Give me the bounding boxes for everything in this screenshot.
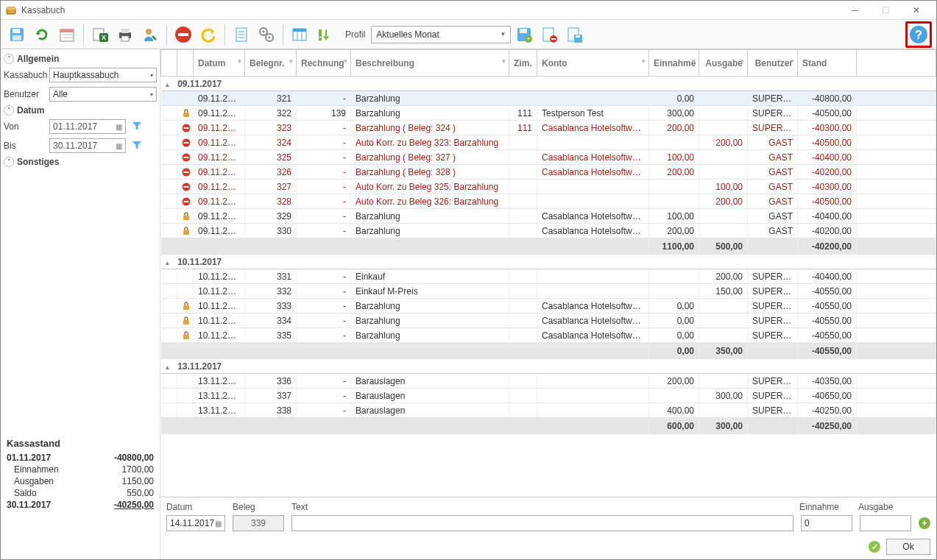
bis-filter-button[interactable] <box>129 138 145 153</box>
header-row: Datum▾ Belegnr.▾ Rechnung▾ Beschreibung▾… <box>161 50 936 77</box>
von-label: Von <box>4 121 46 132</box>
filter-icon: ▾ <box>740 57 744 65</box>
window-title: Kassabuch <box>21 5 839 15</box>
table-row[interactable]: 09.11.2017329-BarzahlungCasablanca Hotel… <box>161 209 936 224</box>
von-input[interactable]: 01.11.2017 ▦ <box>49 119 126 134</box>
stop-icon <box>182 168 188 177</box>
columns-button[interactable] <box>288 22 311 47</box>
group-row[interactable]: ▴ 09.11.2017 <box>161 77 936 91</box>
filter-icon: ▾ <box>692 57 696 65</box>
minimize-button[interactable]: ─ <box>839 1 870 19</box>
ok-icon: ✓ <box>869 541 880 553</box>
stop-icon <box>182 124 188 132</box>
export-excel-button[interactable]: X <box>88 22 112 47</box>
col-benutzer[interactable]: Benutzer▾ <box>748 50 798 77</box>
section-allgemein[interactable]: ˄ Allgemein <box>4 52 157 65</box>
table-row[interactable]: 09.11.2017321-Barzahlung0,00SUPERVISO-40… <box>161 91 936 106</box>
table-row[interactable]: 10.11.2017332-Einkauf M-Preis150,00SUPER… <box>161 284 936 299</box>
svg-point-24 <box>263 30 265 32</box>
undo-button[interactable] <box>197 22 220 47</box>
svg-point-25 <box>269 36 271 38</box>
table-row[interactable]: 09.11.2017330-BarzahlungCasablanca Hotel… <box>161 224 936 238</box>
section-sonstiges[interactable]: ˅ Sonstiges <box>4 155 157 169</box>
lock-icon <box>182 227 188 235</box>
calendar-button[interactable] <box>55 22 79 47</box>
submit-row: ✓ Ok <box>160 537 936 559</box>
table-row[interactable]: 09.11.2017328-Auto Korr. zu Beleg 326: B… <box>161 194 936 209</box>
von-filter-button[interactable] <box>129 119 145 134</box>
help-button[interactable]: ? <box>905 21 932 48</box>
entry-ausgabe-input[interactable] <box>860 515 911 531</box>
col-datum[interactable]: Datum▾ <box>194 50 245 77</box>
table-row[interactable]: 10.11.2017335-BarzahlungCasablanca Hotel… <box>161 328 936 343</box>
profile-save-button[interactable]: + <box>512 22 536 47</box>
table-row[interactable]: 13.11.2017337-Barauslagen300,00SUPERVISO… <box>161 389 936 403</box>
group-row[interactable]: ▴ 13.11.2017 <box>161 359 936 374</box>
svg-rect-60 <box>183 320 189 325</box>
close-button[interactable]: ✕ <box>901 1 932 19</box>
col-zim[interactable]: Zim. <box>509 50 537 77</box>
svg-text:X: X <box>102 34 106 41</box>
entry-text-input[interactable] <box>291 515 793 531</box>
table-row[interactable]: 10.11.2017333-BarzahlungCasablanca Hotel… <box>161 299 936 313</box>
col-belegnr[interactable]: Belegnr.▾ <box>245 50 297 77</box>
svg-rect-30 <box>319 29 322 37</box>
svg-point-15 <box>146 29 152 35</box>
user-button[interactable] <box>138 22 162 47</box>
sort-button[interactable] <box>313 22 336 47</box>
entry-datum-input[interactable]: 14.11.2017▦ <box>166 515 225 531</box>
svg-rect-29 <box>293 29 306 32</box>
col-rechnung[interactable]: Rechnung▾ <box>297 50 351 77</box>
ok-button[interactable]: Ok <box>886 539 930 555</box>
col-konto[interactable]: Konto▾ <box>537 50 649 77</box>
calendar-icon: ▦ <box>215 520 222 528</box>
maximize-button[interactable]: ☐ <box>870 1 901 19</box>
svg-rect-6 <box>60 29 74 32</box>
entry-bar: Datum Beleg Text Einnahme Ausgabe 14.11.… <box>160 497 936 537</box>
table-row[interactable]: 10.11.2017334-BarzahlungCasablanca Hotel… <box>161 313 936 328</box>
filter-icon: ▾ <box>791 57 794 65</box>
col-einnahme[interactable]: Einnahme▾ <box>649 50 699 77</box>
group-row[interactable]: ▴ 10.11.2017 <box>161 255 936 269</box>
svg-rect-31 <box>319 38 322 40</box>
sum-row: 0,00350,00-40550,00 <box>161 343 936 359</box>
document-button[interactable] <box>230 22 253 47</box>
window-controls: ─ ☐ ✕ <box>839 1 932 19</box>
profile-delete-button[interactable] <box>537 22 561 47</box>
entry-ausgabe-label: Ausgabe <box>858 502 910 512</box>
settings-button[interactable] <box>255 22 278 47</box>
profile-savecopy-button[interactable] <box>562 22 586 47</box>
table-row[interactable]: 13.11.2017338-Barauslagen400,00SUPERVISO… <box>161 403 936 418</box>
refresh-button[interactable] <box>30 22 54 47</box>
benutzer-select[interactable]: Alle▾ <box>49 87 157 102</box>
svg-rect-14 <box>121 36 129 41</box>
col-ausgabe[interactable]: Ausgabe▾ <box>699 50 748 77</box>
profile-select[interactable]: Aktuelles Monat ▼ <box>371 26 511 43</box>
table-row[interactable]: 09.11.2017323-Barzahlung ( Beleg: 324 )1… <box>161 121 936 135</box>
kassabuch-select[interactable]: Hauptkassabuch▾ <box>49 68 157 82</box>
section-datum[interactable]: ˄ Datum <box>4 104 157 117</box>
entry-einnahme-input[interactable]: 0 <box>801 515 852 531</box>
col-stand[interactable]: Stand <box>798 50 857 77</box>
svg-rect-44 <box>183 113 189 117</box>
lock-icon <box>182 331 188 340</box>
col-beschreibung[interactable]: Beschreibung▾ <box>351 50 509 77</box>
table-row[interactable]: 10.11.2017331-Einkauf200,00SUPERVISO-404… <box>161 269 936 284</box>
delete-button[interactable] <box>172 22 195 47</box>
add-entry-button[interactable]: + <box>919 517 930 529</box>
table-row[interactable]: 09.11.2017327-Auto Korr. zu Beleg 325: B… <box>161 180 936 194</box>
kassabuch-label: Kassabuch <box>4 70 46 80</box>
table-row[interactable]: 09.11.2017324-Auto Korr. zu Beleg 323: B… <box>161 135 936 150</box>
grid[interactable]: Datum▾ Belegnr.▾ Rechnung▾ Beschreibung▾… <box>160 49 936 497</box>
table-row[interactable]: 13.11.2017336-Barauslagen200,00SUPERVISO… <box>161 374 936 389</box>
table-row[interactable]: 09.11.2017322139Barzahlung111Testperson … <box>161 106 936 121</box>
stop-icon <box>182 197 188 206</box>
table-row[interactable]: 09.11.2017325-Barzahlung ( Beleg: 327 )C… <box>161 150 936 165</box>
svg-text:+: + <box>527 35 531 43</box>
table-row[interactable]: 09.11.2017326-Barzahlung ( Beleg: 328 )C… <box>161 165 936 180</box>
print-button[interactable] <box>113 22 137 47</box>
sidebar: ˄ Allgemein Kassabuch Hauptkassabuch▾ Be… <box>1 49 160 559</box>
bis-input[interactable]: 30.11.2017 ▦ <box>49 138 126 153</box>
chevron-up-icon: ˄ <box>4 54 14 64</box>
save-button[interactable] <box>5 22 29 47</box>
